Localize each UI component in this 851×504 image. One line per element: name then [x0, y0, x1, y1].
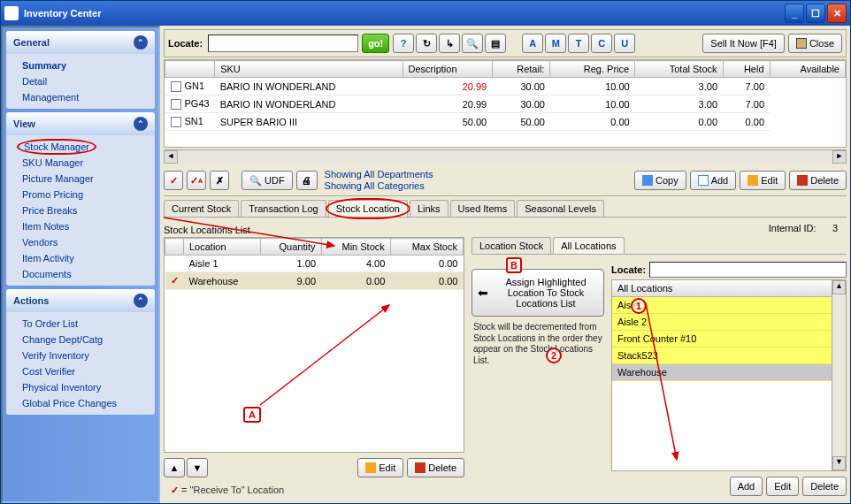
- subtab-location-stock[interactable]: Location Stock: [472, 237, 551, 254]
- edit-label: Edit: [761, 175, 778, 186]
- stockloc-edit-label: Edit: [379, 462, 395, 473]
- sidebar-item-vendors[interactable]: Vendors: [6, 234, 155, 250]
- panel-header-actions[interactable]: Actions⌃: [6, 289, 155, 312]
- loclist-item[interactable]: Stack523: [612, 347, 832, 364]
- tab-transaction-log[interactable]: Transaction Log: [241, 200, 326, 217]
- sell-it-now-button[interactable]: Sell It Now [F4]: [702, 34, 785, 53]
- loclist-item[interactable]: Warehouse: [612, 364, 832, 381]
- scroll-down-button[interactable]: ▼: [832, 456, 846, 470]
- sidebar-item-promo-pricing[interactable]: Promo Pricing: [6, 187, 155, 202]
- go-button[interactable]: go!: [362, 34, 389, 53]
- print-button[interactable]: 🖨: [296, 171, 318, 190]
- sidebar-item-price-breaks[interactable]: Price Breaks: [6, 202, 155, 218]
- sidebar-item-sku-manager[interactable]: SKU Manager: [6, 155, 155, 171]
- sidebar-item-documents[interactable]: Documents: [6, 266, 155, 282]
- subtab-all-locations[interactable]: All Locations: [553, 237, 624, 254]
- loclist-item[interactable]: Aisle 2: [612, 314, 832, 331]
- letter-button-A[interactable]: A: [522, 34, 543, 53]
- refresh-button[interactable]: ↻: [416, 34, 437, 53]
- scroll-up-button[interactable]: ▲: [832, 280, 846, 294]
- loc-edit-button[interactable]: Edit: [766, 477, 799, 496]
- assign-label: Assign Highlighted Location To Stock Loc…: [494, 277, 598, 309]
- minimize-button[interactable]: _: [785, 4, 804, 23]
- sidebar-item-detail[interactable]: Detail: [6, 73, 155, 89]
- check-button[interactable]: ✓: [164, 171, 183, 190]
- letter-button-C[interactable]: C: [591, 34, 612, 53]
- copy-button[interactable]: Copy: [634, 171, 686, 190]
- sidebar-item-picture-manager[interactable]: Picture Manager: [6, 171, 155, 187]
- loclist-vscrollbar[interactable]: ▲ ▼: [832, 280, 846, 470]
- report-button[interactable]: ▤: [485, 34, 506, 53]
- stockloc-edit-button[interactable]: Edit: [357, 458, 403, 477]
- loclist-item[interactable]: Front Counter #10: [612, 331, 832, 347]
- inventory-grid[interactable]: SKUDescriptionRetail:Reg. PriceTotal Sto…: [164, 59, 847, 148]
- maximize-button[interactable]: ☐: [806, 4, 825, 23]
- sidebar-item-verify-inventory[interactable]: Verify Inventory: [6, 347, 155, 363]
- tab-seasonal-levels[interactable]: Seasonal Levels: [517, 200, 604, 217]
- content-area: Locate: go! ? ↻ ↳ 🔍 ▤ AMTCU Sell It Now …: [160, 26, 850, 503]
- window-title: Inventory Center: [24, 8, 783, 19]
- scroll-left-button[interactable]: ◄: [164, 150, 178, 164]
- all-locations-list[interactable]: All LocationsAisle 1Aisle 2Front Counter…: [611, 279, 847, 471]
- location-subtabs: Location StockAll Locations: [472, 237, 847, 255]
- locate-toolbar: Locate: go! ? ↻ ↳ 🔍 ▤ AMTCU Sell It Now …: [164, 29, 847, 57]
- binoculars-button[interactable]: 🔍: [462, 34, 483, 53]
- sidebar-item-summary[interactable]: Summary: [6, 57, 155, 73]
- stockloc-row[interactable]: ✓Warehouse9.000.000.00: [165, 272, 464, 290]
- nav-button[interactable]: ↳: [439, 34, 460, 53]
- tab-links[interactable]: Links: [410, 200, 448, 217]
- table-row[interactable]: PG43BARIO IN WONDERLAND20.9930.0010.003.…: [165, 95, 846, 113]
- assign-location-button[interactable]: ⬅ Assign Highlighted Location To Stock L…: [472, 269, 604, 317]
- edit-button[interactable]: Edit: [740, 171, 786, 190]
- uncheck-button[interactable]: ✗: [210, 171, 229, 190]
- stockloc-delete-label: Delete: [428, 462, 456, 473]
- chevron-up-icon: ⌃: [134, 35, 148, 50]
- letter-button-U[interactable]: U: [614, 34, 635, 53]
- delete-button[interactable]: Delete: [789, 171, 847, 190]
- letter-button-M[interactable]: M: [545, 34, 566, 53]
- loc-delete-button[interactable]: Delete: [802, 477, 847, 496]
- internal-id-label: Internal ID:: [769, 223, 816, 233]
- sidebar-item-cost-verifier[interactable]: Cost Verifier: [6, 363, 155, 379]
- sidebar-item-stock-manager[interactable]: Stock Manager: [17, 139, 96, 155]
- sidebar-item-item-notes[interactable]: Item Notes: [6, 218, 155, 234]
- tab-used-items[interactable]: Used Items: [450, 200, 516, 217]
- grid-hscrollbar[interactable]: ◄ ►: [164, 149, 847, 164]
- filter-line1: Showing All Departments: [325, 169, 433, 180]
- sidebar-item-global-price-changes[interactable]: Global Price Changes: [6, 395, 155, 411]
- letter-button-T[interactable]: T: [568, 34, 589, 53]
- scroll-right-button[interactable]: ►: [832, 150, 847, 164]
- tab-stock-location[interactable]: Stock Location: [328, 200, 408, 217]
- panel-header-general[interactable]: General⌃: [6, 31, 155, 54]
- move-down-button[interactable]: ▼: [187, 458, 208, 477]
- table-row[interactable]: GN1BARIO IN WONDERLAND20.9930.0010.003.0…: [165, 78, 846, 95]
- locate-label: Locate:: [168, 38, 203, 49]
- sidebar-item-management[interactable]: Management: [6, 89, 155, 105]
- move-up-button[interactable]: ▲: [164, 458, 185, 477]
- assign-arrow-icon: ⬅: [478, 286, 488, 300]
- locate-input[interactable]: [208, 34, 358, 52]
- delete-label: Delete: [810, 175, 839, 186]
- locpanel-locate-input[interactable]: [649, 262, 847, 278]
- stockloc-row[interactable]: Aisle 11.004.000.00: [165, 256, 464, 272]
- edit-icon: [365, 462, 376, 473]
- sidebar-item-change-dept-catg[interactable]: Change Dept/Catg: [6, 332, 155, 347]
- close-window-button[interactable]: ✕: [827, 4, 847, 23]
- sidebar-item-to-order-list[interactable]: To Order List: [6, 316, 155, 332]
- help-button[interactable]: ?: [393, 34, 414, 53]
- close-button[interactable]: Close: [788, 34, 842, 53]
- stock-locations-grid[interactable]: LocationQuantityMin StockMax StockAisle …: [164, 237, 464, 453]
- stockloc-delete-button[interactable]: Delete: [407, 458, 464, 477]
- tab-current-stock[interactable]: Current Stock: [164, 200, 239, 217]
- sidebar-item-physical-inventory[interactable]: Physical Inventory: [6, 379, 155, 395]
- udf-label: UDF: [264, 175, 285, 186]
- check-all-button[interactable]: ✓A: [187, 171, 206, 190]
- udf-button[interactable]: 🔍 UDF: [242, 171, 293, 190]
- decrement-note: Stock will be decremented from Stock Loc…: [472, 317, 604, 371]
- loclist-item[interactable]: Aisle 1: [612, 297, 832, 314]
- sidebar-item-item-activity[interactable]: Item Activity: [6, 250, 155, 266]
- table-row[interactable]: SN1SUPER BARIO III50.0050.000.000.000.00: [165, 113, 846, 131]
- loc-add-button[interactable]: Add: [730, 477, 763, 496]
- panel-header-view[interactable]: View⌃: [6, 112, 155, 135]
- add-button[interactable]: Add: [690, 171, 737, 190]
